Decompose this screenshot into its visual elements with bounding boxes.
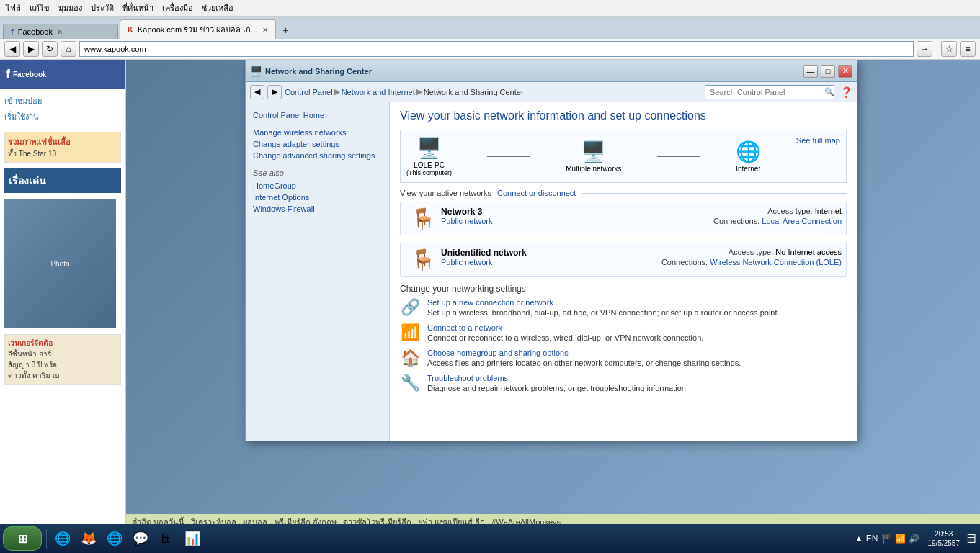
computer-sub: (This computer)	[406, 169, 452, 176]
cp-home-link[interactable]: Control Panel Home	[253, 109, 382, 121]
home-button[interactable]: ⌂	[61, 41, 76, 57]
network-line-1	[487, 156, 530, 157]
network-name-1: Network 3	[441, 207, 713, 217]
tray-network[interactable]: 📶	[895, 534, 906, 544]
cp-addressbar: ◀ ▶ Control Panel ▶ Network and Internet…	[246, 82, 857, 102]
action-link-4[interactable]: Troubleshoot problems	[427, 374, 847, 382]
address-bar[interactable]	[79, 41, 914, 57]
computer-node: 🖥️ LOLE-PC (This computer)	[406, 136, 452, 176]
cp-windows-firewall[interactable]: Windows Firewall	[253, 203, 382, 215]
action-row-3: 🏠 Choose homegroup and sharing options A…	[400, 349, 847, 368]
network-info-2: Unidentified network Public network	[441, 248, 662, 271]
action-icon-1: 🔗	[400, 298, 420, 317]
network-type-1[interactable]: Public network	[441, 217, 713, 225]
back-button[interactable]: ◀	[4, 41, 20, 57]
tab-favicon-kapook: K	[128, 25, 133, 34]
cp-search-input[interactable]	[705, 85, 834, 99]
tray-lang[interactable]: EN	[866, 534, 878, 544]
taskbar: ⊞ 🌐 🦊 🌐 💬 🖩 📊 ▲ EN 🏴 📶 🔊 20:53 19/5/2557…	[0, 524, 980, 553]
network-row-1: 🪑 Network 3 Public network Access type: …	[400, 202, 847, 235]
multiple-networks-node: 🖥️ Multiple networks	[566, 140, 621, 173]
taskbar-clock[interactable]: 20:53 19/5/2557	[928, 529, 961, 548]
taskbar-firefox[interactable]: 🦊	[77, 527, 100, 550]
tray-arrow[interactable]: ▲	[855, 534, 863, 544]
network-info-1: Network 3 Public network	[441, 207, 713, 230]
breadcrumb-item-2[interactable]: Network and Internet	[342, 88, 415, 96]
cp-change-advanced[interactable]: Change advanced sharing settings	[253, 150, 382, 161]
internet-node: 🌐 Internet	[736, 140, 761, 173]
refresh-button[interactable]: ↻	[42, 41, 58, 57]
wireless-connection-link[interactable]: Wireless Network Connection (LOLE)	[710, 258, 842, 266]
cp-right-panel: View your basic network information and …	[390, 102, 857, 441]
connect-disconnect[interactable]: Connect or disconnect	[497, 189, 576, 197]
menu-file[interactable]: ไฟล์	[6, 1, 21, 14]
nav-bar: ◀ ▶ ↻ ⌂ → ☆ ≡	[0, 39, 980, 60]
computer-icon: 🖥️	[416, 136, 442, 160]
taskbar-ie[interactable]: 🌐	[103, 527, 126, 550]
menu-view[interactable]: มุมมอง	[58, 1, 82, 14]
local-area-connection-link[interactable]: Local Area Connection	[762, 217, 842, 225]
cp-forward[interactable]: ▶	[267, 85, 282, 99]
clock-date: 19/5/2557	[928, 539, 961, 548]
cp-manage-wireless[interactable]: Manage wireless networks	[253, 127, 382, 138]
website-sidebar: f Facebook เข้าชมบ่อย เริ่มใช้งาน รวมภาพ…	[0, 60, 126, 530]
menu-help[interactable]: ช่วยเหลือ	[202, 1, 233, 14]
taskbar-separator	[46, 529, 47, 549]
tray-volume[interactable]: 🔊	[909, 534, 919, 544]
menu-bookmarks[interactable]: ที่คั่นหน้า	[122, 1, 153, 14]
sidebar-links: เข้าชมบ่อย เริ่มใช้งาน รวมภาพแฟชั่นเสื้อ…	[0, 89, 125, 389]
go-button[interactable]: →	[917, 41, 932, 57]
multiple-networks-icon: 🖥️	[581, 140, 606, 163]
cp-homegroup[interactable]: HomeGroup	[253, 180, 382, 192]
action-icon-3: 🏠	[400, 349, 420, 367]
network-map: 🖥️ LOLE-PC (This computer) 🖥️ Multiple n…	[400, 130, 847, 183]
minimize-button[interactable]: —	[803, 65, 818, 78]
taskbar-chrome[interactable]: 🌐	[51, 527, 74, 550]
network-details-1: Access type: Internet Connections: Local…	[713, 207, 842, 230]
show-desktop[interactable]: 🖥	[964, 531, 977, 547]
start-button[interactable]: ⊞	[3, 526, 42, 551]
action-info-1: Set up a new connection or network Set u…	[427, 298, 847, 318]
network-icon-1: 🪑	[405, 207, 441, 230]
action-link-3[interactable]: Choose homegroup and sharing options	[427, 349, 847, 357]
cp-change-adapter[interactable]: Change adapter settings	[253, 138, 382, 150]
cp-internet-options[interactable]: Internet Options	[253, 192, 382, 203]
network-name-2: Unidentified network	[441, 248, 662, 258]
cp-breadcrumb: Control Panel ▶ Network and Internet ▶ N…	[285, 87, 702, 96]
taskbar-calc[interactable]: 🖩	[155, 527, 178, 550]
menu-history[interactable]: ประวัติ	[91, 1, 114, 14]
menu-tools[interactable]: เครื่องมือ	[162, 1, 193, 14]
facebook-logo: f Facebook	[0, 60, 125, 89]
network-details-2: Access type: No Internet access Connecti…	[662, 248, 842, 271]
tab-close-facebook[interactable]: ✕	[57, 28, 63, 36]
tab-facebook[interactable]: f Facebook ✕	[3, 24, 118, 39]
close-button[interactable]: ✕	[838, 65, 852, 78]
tab-kapook[interactable]: K Kapook.com รวม ข่าว ผลบอล เก... ✕	[120, 19, 276, 39]
new-tab-button[interactable]: +	[277, 22, 295, 39]
tab-title: Facebook	[18, 27, 53, 36]
taskbar-misc[interactable]: 📊	[181, 527, 204, 550]
action-link-2[interactable]: Connect to a network	[427, 323, 847, 332]
help-button[interactable]: ❓	[840, 86, 852, 98]
see-full-map[interactable]: See full map	[796, 136, 840, 145]
connections-row-2: Connections: Wireless Network Connection…	[662, 258, 842, 266]
see-also-label: See also	[253, 168, 382, 177]
breadcrumb-item-1[interactable]: Control Panel	[285, 88, 333, 96]
action-info-2: Connect to a network Connect or reconnec…	[427, 323, 847, 343]
sys-tray: ▲ EN 🏴 📶 🔊	[850, 534, 924, 544]
action-row-1: 🔗 Set up a new connection or network Set…	[400, 298, 847, 318]
taskbar-line[interactable]: 💬	[129, 527, 152, 550]
connections-row-1: Connections: Local Area Connection	[713, 217, 842, 225]
action-row-4: 🔧 Troubleshoot problems Diagnose and rep…	[400, 374, 847, 393]
action-link-1[interactable]: Set up a new connection or network	[427, 298, 847, 307]
bookmark-star[interactable]: ☆	[941, 41, 957, 57]
sidebar-login[interactable]: เข้าชมบ่อย	[4, 93, 121, 109]
sidebar-start[interactable]: เริ่มใช้งาน	[4, 109, 121, 125]
cp-back[interactable]: ◀	[250, 85, 264, 99]
nav-tools[interactable]: ≡	[960, 41, 976, 57]
maximize-button[interactable]: □	[821, 65, 835, 78]
tab-close-kapook[interactable]: ✕	[262, 26, 268, 34]
search-icon: 🔍	[824, 87, 834, 96]
menu-edit[interactable]: แก้ไข	[30, 1, 50, 14]
forward-button[interactable]: ▶	[23, 41, 39, 57]
